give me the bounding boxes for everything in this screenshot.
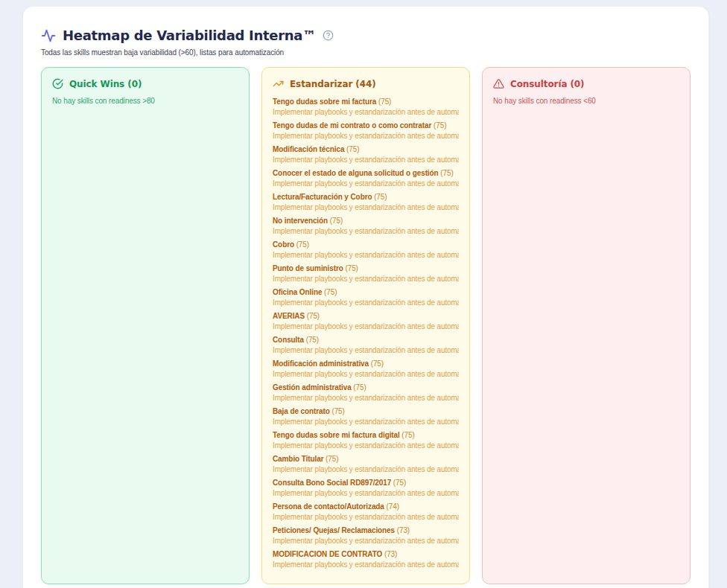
skill-item[interactable]: Lectura/Facturación y Cobro (75) Impleme… <box>273 192 459 213</box>
skill-note: Implementar playbooks y estandarización … <box>273 393 459 403</box>
skill-name: Modificación administrativa <box>273 359 369 368</box>
skill-item[interactable]: Modificación administrativa (75) Impleme… <box>273 359 459 380</box>
skill-name: Cobro <box>273 240 294 249</box>
skill-name: Modificación técnica <box>273 145 344 153</box>
skill-name: AVERIAS <box>273 312 305 320</box>
estandarizar-panel: Estandarizar (44) Tengo dudas sobre mi f… <box>261 67 470 584</box>
skill-note: Implementar playbooks y estandarización … <box>273 226 459 237</box>
skill-score: (75) <box>322 288 337 296</box>
skill-name: Punto de suministro <box>273 264 343 272</box>
heatmap-card: Heatmap de Variabilidad Interna™ Todas l… <box>22 6 709 588</box>
skill-score: (75) <box>352 383 366 392</box>
skill-name: Lectura/Facturación y Cobro <box>273 193 372 201</box>
skill-name: Oficina Online <box>273 288 322 296</box>
page-subtitle: Todas las skills muestran baja variabili… <box>41 48 691 57</box>
skill-score: (75) <box>305 312 320 320</box>
skill-note: Implementar playbooks y estandarización … <box>273 250 459 261</box>
skill-score: (75) <box>400 431 415 439</box>
help-circle-icon[interactable] <box>323 30 334 41</box>
skill-item[interactable]: Cambio Titular (75) Implementar playbook… <box>273 454 459 475</box>
estandarizar-title: Estandarizar (44) <box>290 79 376 89</box>
skill-note: Implementar playbooks y estandarización … <box>273 322 459 332</box>
skill-name: Gestión administrativa <box>273 383 352 392</box>
skill-item[interactable]: Cobro (75) Implementar playbooks y estan… <box>273 240 459 261</box>
skill-item[interactable]: Conocer el estado de alguna solicitud o … <box>273 168 459 189</box>
skill-score: (75) <box>391 479 406 487</box>
skill-score: (75) <box>344 145 359 153</box>
skill-name: Tengo dudas sobre mi factura digital <box>273 431 400 439</box>
skill-item[interactable]: MODIFICACION DE CONTRATO (73) Implementa… <box>273 549 459 570</box>
heatmap-columns: Quick Wins (0) No hay skills con readine… <box>41 67 691 584</box>
skill-score: (73) <box>395 526 410 534</box>
skill-score: (75) <box>439 169 454 177</box>
skill-name: Cambio Titular <box>273 455 323 463</box>
skill-score: (75) <box>304 336 319 344</box>
quick-wins-empty-text: No hay skills con readiness >80 <box>52 97 238 105</box>
alert-triangle-icon <box>493 78 504 89</box>
skill-note: Implementar playbooks y estandarización … <box>273 179 459 189</box>
skill-score: (75) <box>323 455 338 463</box>
skill-name: No intervención <box>273 217 328 225</box>
skill-name: Tengo dudas de mi contrato o como contra… <box>273 121 431 130</box>
skill-item[interactable]: No intervención (75) Implementar playboo… <box>273 216 459 237</box>
skill-item[interactable]: Peticiones/ Quejas/ Reclamaciones (73) I… <box>273 525 459 546</box>
skill-score: (75) <box>328 217 343 225</box>
skill-list: Tengo dudas sobre mi factura (75) Implem… <box>273 97 459 570</box>
skill-item[interactable]: Modificación técnica (75) Implementar pl… <box>273 144 459 165</box>
skill-score: (75) <box>376 98 391 106</box>
skill-note: Implementar playbooks y estandarización … <box>273 417 459 427</box>
skill-note: Implementar playbooks y estandarización … <box>273 107 459 118</box>
skill-score: (75) <box>431 121 446 130</box>
card-header: Heatmap de Variabilidad Interna™ <box>41 28 691 43</box>
skill-note: Implementar playbooks y estandarización … <box>273 441 459 451</box>
skill-name: MODIFICACION DE CONTRATO <box>273 550 382 558</box>
skill-score: (75) <box>330 407 345 415</box>
skill-score: (75) <box>294 240 309 249</box>
skill-item[interactable]: Tengo dudas de mi contrato o como contra… <box>273 121 459 141</box>
skill-name: Persona de contacto/Autorizada <box>273 502 384 511</box>
skill-note: Implementar playbooks y estandarización … <box>273 464 459 475</box>
skill-note: Implementar playbooks y estandarización … <box>273 512 459 523</box>
skill-note: Implementar playbooks y estandarización … <box>273 155 459 165</box>
skill-note: Implementar playbooks y estandarización … <box>273 536 459 546</box>
page-title: Heatmap de Variabilidad Interna™ <box>63 28 316 43</box>
skill-score: (75) <box>372 193 387 201</box>
skill-name: Consulta Bono Social RD897/2017 <box>273 479 391 487</box>
quick-wins-title: Quick Wins (0) <box>69 79 142 89</box>
consultoria-title: Consultoría (0) <box>510 79 585 89</box>
skill-note: Implementar playbooks y estandarización … <box>273 560 459 570</box>
skill-item[interactable]: Oficina Online (75) Implementar playbook… <box>273 287 459 308</box>
check-circle-icon <box>52 78 63 89</box>
skill-item[interactable]: Gestión administrativa (75) Implementar … <box>273 383 459 403</box>
skill-name: Consulta <box>273 336 304 344</box>
skill-item[interactable]: Baja de contrato (75) Implementar playbo… <box>273 406 459 427</box>
quick-wins-panel: Quick Wins (0) No hay skills con readine… <box>41 67 250 584</box>
skill-note: Implementar playbooks y estandarización … <box>273 369 459 380</box>
skill-name: Peticiones/ Quejas/ Reclamaciones <box>273 526 395 534</box>
skill-item[interactable]: AVERIAS (75) Implementar playbooks y est… <box>273 311 459 332</box>
skill-name: Tengo dudas sobre mi factura <box>273 98 376 106</box>
skill-note: Implementar playbooks y estandarización … <box>273 274 459 284</box>
skill-score: (74) <box>384 502 399 511</box>
skill-item[interactable]: Tengo dudas sobre mi factura (75) Implem… <box>273 97 459 118</box>
skill-item[interactable]: Consulta Bono Social RD897/2017 (75) Imp… <box>273 478 459 499</box>
trending-up-icon <box>273 78 284 89</box>
skill-note: Implementar playbooks y estandarización … <box>273 131 459 141</box>
skill-note: Implementar playbooks y estandarización … <box>273 202 459 213</box>
skill-note: Implementar playbooks y estandarización … <box>273 488 459 499</box>
skill-score: (73) <box>382 550 397 558</box>
skill-item[interactable]: Tengo dudas sobre mi factura digital (75… <box>273 430 459 451</box>
skill-note: Implementar playbooks y estandarización … <box>273 298 459 308</box>
skill-name: Baja de contrato <box>273 407 330 415</box>
skill-note: Implementar playbooks y estandarización … <box>273 345 459 356</box>
skill-item[interactable]: Consulta (75) Implementar playbooks y es… <box>273 335 459 356</box>
skill-item[interactable]: Punto de suministro (75) Implementar pla… <box>273 263 459 284</box>
activity-icon <box>41 28 56 43</box>
skill-item[interactable]: Persona de contacto/Autorizada (74) Impl… <box>273 502 459 523</box>
skill-score: (75) <box>369 359 384 368</box>
skill-score: (75) <box>343 264 358 272</box>
skill-name: Conocer el estado de alguna solicitud o … <box>273 169 439 177</box>
consultoria-empty-text: No hay skills con readiness <60 <box>493 97 679 105</box>
consultoria-panel: Consultoría (0) No hay skills con readin… <box>482 67 691 584</box>
